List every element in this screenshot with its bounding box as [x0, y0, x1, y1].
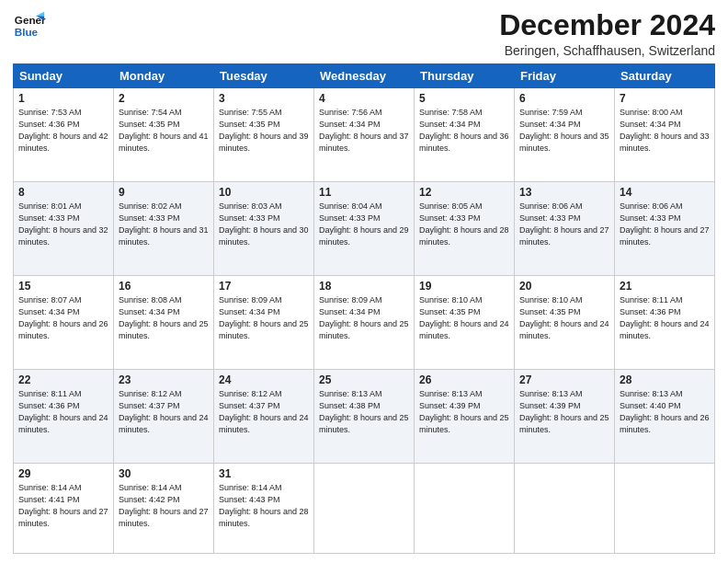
calendar-cell: 20 Sunrise: 8:10 AMSunset: 4:35 PMDaylig… [515, 275, 615, 369]
day-number: 7 [620, 92, 710, 105]
calendar-cell: 8 Sunrise: 8:01 AMSunset: 4:33 PMDayligh… [14, 182, 114, 276]
day-info: Sunrise: 8:06 AMSunset: 4:33 PMDaylight:… [620, 201, 710, 247]
day-number: 19 [419, 280, 509, 293]
calendar-cell: 4 Sunrise: 7:56 AMSunset: 4:34 PMDayligh… [314, 88, 415, 182]
calendar-cell: 18 Sunrise: 8:09 AMSunset: 4:34 PMDaylig… [314, 275, 415, 369]
day-number: 26 [419, 373, 509, 386]
day-number: 1 [18, 92, 108, 105]
day-info: Sunrise: 8:14 AMSunset: 4:43 PMDaylight:… [219, 483, 309, 528]
day-number: 10 [219, 186, 309, 199]
calendar-cell: 28 Sunrise: 8:13 AMSunset: 4:40 PMDaylig… [615, 369, 715, 463]
calendar-cell: 27 Sunrise: 8:13 AMSunset: 4:39 PMDaylig… [515, 369, 615, 463]
day-info: Sunrise: 8:11 AMSunset: 4:36 PMDaylight:… [620, 295, 710, 340]
calendar-header-cell: Monday [114, 64, 214, 88]
day-number: 15 [18, 280, 108, 293]
calendar-body: 1 Sunrise: 7:53 AMSunset: 4:36 PMDayligh… [14, 88, 715, 554]
day-number: 22 [18, 373, 108, 386]
day-info: Sunrise: 8:06 AMSunset: 4:33 PMDaylight:… [519, 201, 609, 247]
day-info: Sunrise: 8:12 AMSunset: 4:37 PMDaylight:… [219, 389, 309, 434]
calendar-cell: 14 Sunrise: 8:06 AMSunset: 4:33 PMDaylig… [615, 182, 715, 276]
day-number: 13 [519, 186, 609, 199]
day-info: Sunrise: 8:03 AMSunset: 4:33 PMDaylight:… [219, 201, 309, 247]
day-info: Sunrise: 7:53 AMSunset: 4:36 PMDaylight:… [18, 108, 108, 153]
header: General Blue December 2024 Beringen, Sch… [13, 9, 715, 58]
day-info: Sunrise: 8:13 AMSunset: 4:39 PMDaylight:… [419, 389, 509, 434]
day-number: 28 [620, 373, 710, 386]
day-number: 14 [620, 186, 710, 199]
day-number: 21 [620, 280, 710, 293]
day-number: 30 [119, 467, 209, 480]
day-info: Sunrise: 7:56 AMSunset: 4:34 PMDaylight:… [319, 108, 409, 153]
calendar-header-cell: Thursday [415, 64, 515, 88]
calendar-cell: 30 Sunrise: 8:14 AMSunset: 4:42 PMDaylig… [114, 463, 214, 553]
day-info: Sunrise: 8:10 AMSunset: 4:35 PMDaylight:… [519, 295, 609, 340]
calendar-cell [314, 463, 415, 553]
main-title: December 2024 [499, 9, 715, 41]
day-number: 29 [18, 467, 108, 480]
calendar-cell: 11 Sunrise: 8:04 AMSunset: 4:33 PMDaylig… [314, 182, 415, 276]
day-info: Sunrise: 8:13 AMSunset: 4:38 PMDaylight:… [319, 389, 409, 434]
day-info: Sunrise: 8:04 AMSunset: 4:33 PMDaylight:… [319, 201, 409, 247]
subtitle: Beringen, Schaffhausen, Switzerland [499, 43, 715, 58]
day-info: Sunrise: 8:11 AMSunset: 4:36 PMDaylight:… [18, 389, 108, 434]
calendar-cell: 7 Sunrise: 8:00 AMSunset: 4:34 PMDayligh… [615, 88, 715, 182]
day-number: 9 [119, 186, 209, 199]
calendar-cell: 26 Sunrise: 8:13 AMSunset: 4:39 PMDaylig… [415, 369, 515, 463]
day-info: Sunrise: 7:55 AMSunset: 4:35 PMDaylight:… [219, 108, 309, 153]
page: General Blue December 2024 Beringen, Sch… [0, 0, 728, 563]
calendar-cell: 25 Sunrise: 8:13 AMSunset: 4:38 PMDaylig… [314, 369, 415, 463]
calendar-table: SundayMondayTuesdayWednesdayThursdayFrid… [13, 63, 715, 554]
calendar-week-row: 15 Sunrise: 8:07 AMSunset: 4:34 PMDaylig… [14, 275, 715, 369]
calendar-cell: 10 Sunrise: 8:03 AMSunset: 4:33 PMDaylig… [214, 182, 314, 276]
day-info: Sunrise: 8:10 AMSunset: 4:35 PMDaylight:… [419, 295, 509, 340]
calendar-header-cell: Sunday [14, 64, 114, 88]
day-number: 20 [519, 280, 609, 293]
day-info: Sunrise: 8:13 AMSunset: 4:40 PMDaylight:… [620, 389, 710, 434]
day-number: 25 [319, 373, 409, 386]
day-info: Sunrise: 8:02 AMSunset: 4:33 PMDaylight:… [119, 201, 209, 247]
calendar-cell: 13 Sunrise: 8:06 AMSunset: 4:33 PMDaylig… [515, 182, 615, 276]
day-info: Sunrise: 8:00 AMSunset: 4:34 PMDaylight:… [620, 108, 710, 153]
day-number: 31 [219, 467, 309, 480]
day-number: 12 [419, 186, 509, 199]
calendar-cell: 19 Sunrise: 8:10 AMSunset: 4:35 PMDaylig… [415, 275, 515, 369]
calendar-cell [415, 463, 515, 553]
day-number: 8 [18, 186, 108, 199]
day-info: Sunrise: 8:08 AMSunset: 4:34 PMDaylight:… [119, 295, 209, 340]
day-number: 18 [319, 280, 409, 293]
title-block: December 2024 Beringen, Schaffhausen, Sw… [499, 9, 715, 58]
calendar-cell: 15 Sunrise: 8:07 AMSunset: 4:34 PMDaylig… [14, 275, 114, 369]
calendar-cell: 23 Sunrise: 8:12 AMSunset: 4:37 PMDaylig… [114, 369, 214, 463]
calendar-cell: 24 Sunrise: 8:12 AMSunset: 4:37 PMDaylig… [214, 369, 314, 463]
day-number: 27 [519, 373, 609, 386]
logo: General Blue [13, 9, 46, 42]
day-number: 16 [119, 280, 209, 293]
day-info: Sunrise: 8:05 AMSunset: 4:33 PMDaylight:… [419, 201, 509, 247]
day-number: 4 [319, 92, 409, 105]
day-info: Sunrise: 8:09 AMSunset: 4:34 PMDaylight:… [319, 295, 409, 340]
day-info: Sunrise: 8:07 AMSunset: 4:34 PMDaylight:… [18, 295, 108, 340]
calendar-header-cell: Saturday [615, 64, 715, 88]
day-info: Sunrise: 8:14 AMSunset: 4:42 PMDaylight:… [119, 483, 209, 528]
day-info: Sunrise: 8:09 AMSunset: 4:34 PMDaylight:… [219, 295, 309, 340]
day-number: 11 [319, 186, 409, 199]
calendar-cell [615, 463, 715, 553]
calendar-cell: 12 Sunrise: 8:05 AMSunset: 4:33 PMDaylig… [415, 182, 515, 276]
calendar-cell: 5 Sunrise: 7:58 AMSunset: 4:34 PMDayligh… [415, 88, 515, 182]
day-info: Sunrise: 8:13 AMSunset: 4:39 PMDaylight:… [519, 389, 609, 434]
calendar-cell: 22 Sunrise: 8:11 AMSunset: 4:36 PMDaylig… [14, 369, 114, 463]
svg-text:Blue: Blue [15, 26, 39, 38]
logo-icon: General Blue [13, 9, 46, 42]
calendar-week-row: 1 Sunrise: 7:53 AMSunset: 4:36 PMDayligh… [14, 88, 715, 182]
day-info: Sunrise: 8:12 AMSunset: 4:37 PMDaylight:… [119, 389, 209, 434]
calendar-header-cell: Wednesday [314, 64, 415, 88]
calendar-cell: 16 Sunrise: 8:08 AMSunset: 4:34 PMDaylig… [114, 275, 214, 369]
calendar-cell: 1 Sunrise: 7:53 AMSunset: 4:36 PMDayligh… [14, 88, 114, 182]
day-number: 24 [219, 373, 309, 386]
day-info: Sunrise: 8:14 AMSunset: 4:41 PMDaylight:… [18, 483, 108, 528]
day-number: 2 [119, 92, 209, 105]
calendar-cell: 2 Sunrise: 7:54 AMSunset: 4:35 PMDayligh… [114, 88, 214, 182]
day-info: Sunrise: 7:59 AMSunset: 4:34 PMDaylight:… [519, 108, 609, 153]
calendar-cell: 31 Sunrise: 8:14 AMSunset: 4:43 PMDaylig… [214, 463, 314, 553]
day-number: 17 [219, 280, 309, 293]
